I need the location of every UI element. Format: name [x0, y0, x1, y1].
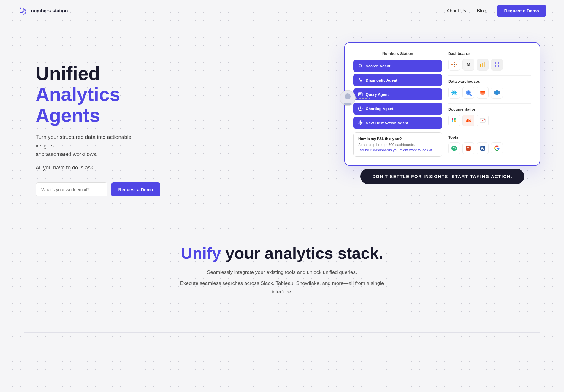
- chat-box: How is my P&L this year? Searching throu…: [353, 132, 442, 157]
- documentation-icons: dbt: [448, 115, 531, 126]
- hero-subtitle-line1: Turn your structured data into actionabl…: [36, 134, 132, 149]
- query-agent-icon: [358, 92, 363, 97]
- grid-icon: [491, 59, 503, 71]
- documentation-section: Documentation: [448, 107, 531, 126]
- blog-link[interactable]: Blog: [477, 8, 486, 14]
- svg-point-0: [345, 93, 351, 99]
- svg-rect-14: [482, 63, 483, 67]
- svg-point-25: [467, 91, 470, 94]
- svg-rect-10: [451, 64, 453, 65]
- bottom-divider: [24, 332, 540, 333]
- unify-desc2: Execute seamless searches across Slack, …: [178, 279, 386, 296]
- chat-result: I found 3 dashboards you might want to l…: [358, 148, 437, 152]
- hero-cta-button[interactable]: Request a Demo: [111, 182, 160, 196]
- next-best-action-btn[interactable]: Next Best Action Agent: [353, 117, 442, 129]
- hero-title-colored-part2: Agents: [36, 105, 100, 126]
- divider3: [448, 131, 531, 131]
- ui-demo-card: Numbers Station Search Agent Diagnostic …: [344, 42, 540, 166]
- svg-rect-11: [456, 64, 457, 65]
- data-warehouses-section: Data warehouses: [448, 79, 531, 99]
- query-agent-label: Query Agent: [366, 92, 389, 97]
- navbar: numbers station About Us Blog Request a …: [0, 0, 564, 22]
- svg-rect-12: [454, 64, 455, 65]
- word-icon: [477, 142, 489, 154]
- diagnostic-agent-btn[interactable]: Diagnostic Agent: [353, 74, 442, 86]
- slack-icon: [448, 115, 460, 126]
- search-agent-btn[interactable]: Search Agent: [353, 60, 442, 72]
- hero-form: Request a Demo: [36, 182, 160, 196]
- logo-text: numbers station: [31, 8, 68, 14]
- charting-agent-icon: [358, 106, 363, 111]
- svg-point-1: [359, 64, 362, 67]
- svg-rect-39: [467, 147, 469, 148]
- ns-label: Numbers Station: [353, 51, 442, 56]
- hero-title-colored-part1: Analytics: [36, 84, 120, 105]
- search-agent-icon: [358, 64, 363, 68]
- tools-title: Tools: [448, 135, 531, 139]
- hero-left: Unified Analytics Agents Turn your struc…: [36, 39, 160, 196]
- svg-rect-40: [467, 149, 470, 149]
- charting-agent-label: Charting Agent: [366, 107, 393, 111]
- diagnostic-agent-icon: [358, 78, 363, 82]
- charting-agent-btn[interactable]: Charting Agent: [353, 103, 442, 115]
- avatar-container: [340, 90, 356, 106]
- svg-rect-15: [484, 62, 485, 67]
- svg-point-29: [480, 93, 485, 95]
- unify-section: Unify your analytics stack. Seamlessly i…: [0, 214, 564, 314]
- documentation-title: Documentation: [448, 107, 531, 112]
- hero-subtitle1: Turn your structured data into actionabl…: [36, 133, 142, 158]
- snowflake-icon: [448, 87, 460, 99]
- nav-links: About Us Blog Request a Demo: [447, 5, 546, 17]
- query-agent-btn[interactable]: Query Agent: [353, 88, 442, 100]
- jira-icon: [448, 142, 460, 154]
- next-best-action-icon: [358, 120, 363, 125]
- svg-line-26: [470, 94, 471, 96]
- mode-icon: M: [462, 59, 474, 71]
- hero-subtitle3: All you have to do is ask.: [36, 164, 160, 172]
- powerpoint-icon: [462, 142, 474, 154]
- svg-rect-13: [480, 64, 481, 67]
- chat-question: How is my P&L this year?: [358, 137, 437, 141]
- svg-line-2: [361, 67, 362, 68]
- dashboards-title: Dashboards: [448, 51, 531, 56]
- tools-icons: [448, 142, 531, 154]
- svg-rect-33: [452, 120, 453, 122]
- tools-section: Tools: [448, 135, 531, 154]
- hero-title-plain: Unified: [36, 63, 160, 84]
- databricks-icon: [491, 87, 503, 99]
- unify-title-accent: Unify: [181, 244, 221, 262]
- about-link[interactable]: About Us: [447, 8, 466, 14]
- dashboards-icons: M: [448, 59, 531, 71]
- action-banner: DON'T SETTLE FOR INSIGHTS. START TAKING …: [360, 169, 524, 184]
- nav-cta-button[interactable]: Request a Demo: [497, 5, 546, 17]
- svg-rect-41: [467, 150, 469, 150]
- svg-point-37: [451, 146, 457, 151]
- google-icon: [491, 142, 503, 154]
- bigquery-icon: [462, 87, 474, 99]
- hero-right: Numbers Station Search Agent Diagnostic …: [344, 42, 540, 184]
- unify-title: Unify your analytics stack.: [18, 244, 546, 262]
- dashboards-section: Dashboards: [448, 51, 531, 71]
- svg-rect-16: [495, 62, 496, 64]
- svg-marker-7: [359, 121, 362, 125]
- email-input[interactable]: [36, 182, 107, 196]
- logo-icon: [18, 6, 28, 16]
- svg-rect-18: [495, 65, 496, 67]
- powerbi-icon: [477, 59, 489, 71]
- dbt-icon: [477, 87, 489, 99]
- next-best-action-label: Next Best Action Agent: [366, 121, 408, 125]
- hero-title-colored-container: Analytics Agents: [36, 84, 160, 126]
- unify-title-rest: your analytics stack.: [221, 244, 383, 262]
- agents-panel: Numbers Station Search Agent Diagnostic …: [353, 51, 442, 159]
- avatar: [340, 90, 356, 106]
- dbt-doc-icon: dbt: [462, 115, 474, 126]
- svg-rect-32: [452, 118, 453, 120]
- data-warehouses-title: Data warehouses: [448, 79, 531, 84]
- divider1: [448, 75, 531, 76]
- diagnostic-agent-label: Diagnostic Agent: [366, 78, 397, 82]
- agent-list: Search Agent Diagnostic Agent: [353, 60, 442, 129]
- unify-desc1: Seamlessly integrate your existing tools…: [193, 268, 371, 277]
- integrations-panel: Dashboards: [448, 51, 531, 159]
- data-warehouses-icons: [448, 87, 531, 99]
- logo[interactable]: numbers station: [18, 6, 68, 16]
